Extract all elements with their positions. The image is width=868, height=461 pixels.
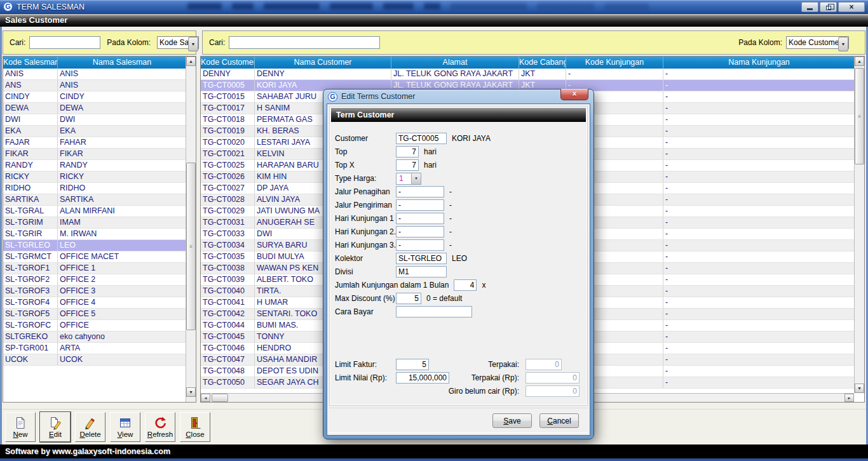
table-row[interactable]: FAJARFAHAR	[3, 137, 187, 149]
view-window-icon	[118, 416, 132, 430]
column-header[interactable]: Kode Cabang	[519, 57, 566, 69]
type-harga-select[interactable]: 1 ▼	[396, 173, 421, 185]
cancel-button[interactable]: Cancel	[539, 413, 579, 428]
salesman-search-input[interactable]	[29, 36, 100, 49]
jalur-penagihan-input[interactable]	[396, 186, 444, 197]
table-row[interactable]: SL-TGROF2OFFICE 2	[3, 274, 187, 286]
table-cell: SL-TGROF4	[3, 297, 58, 308]
kolektor-input[interactable]	[396, 253, 447, 264]
hari-kunjungan-3-input[interactable]	[396, 239, 444, 251]
customer-column-select[interactable]: Kode Customer ▼	[786, 36, 849, 49]
table-row[interactable]: ANISANIS	[3, 69, 187, 80]
table-cell: OFFICE 4	[58, 297, 187, 308]
chevron-down-icon[interactable]: ▼	[838, 37, 848, 51]
dialog-close-button[interactable]: ×	[560, 89, 588, 100]
customer-vertical-scrollbar[interactable]: ▲ ≡ ▼	[854, 57, 864, 393]
table-row[interactable]: DENNYDENNYJL. TELUK GONG RAYA JAKARTJKT-…	[201, 69, 855, 80]
table-row[interactable]: CINDYCINDY	[3, 91, 187, 103]
column-header[interactable]: Nama Customer	[255, 57, 391, 69]
restore-button[interactable]	[820, 2, 837, 12]
delete-button[interactable]: Delete	[75, 412, 105, 442]
table-row[interactable]: SP-TGR001ARTA	[3, 343, 187, 354]
table-row[interactable]: SL-TGROF1OFFICE 1	[3, 263, 187, 274]
hari-kunjungan-2-input[interactable]	[396, 226, 444, 237]
table-cell: SL-TGRMCT	[3, 251, 58, 262]
table-cell: DENNY	[255, 69, 391, 79]
toolbar-button-label: Close	[186, 431, 204, 438]
table-row[interactable]: SL-TGRMCTOFFICE MACET	[3, 251, 187, 263]
close-window-button[interactable]: ×	[838, 2, 865, 12]
table-row[interactable]: SL-TGRIRM. IRWAN	[3, 229, 187, 240]
table-cell: SL-TGROF1	[3, 263, 58, 274]
table-row[interactable]: SL-TGRALALAN MIRFANI	[3, 206, 187, 217]
table-cell: -	[663, 194, 855, 205]
scrollbar-thumb[interactable]: ≡	[855, 68, 864, 164]
dialog-titlebar[interactable]: G Edit Terms Customer ×	[323, 90, 593, 104]
table-row[interactable]: SL-TGRLEOLEO	[3, 240, 187, 251]
customer-search-input[interactable]	[229, 36, 380, 49]
table-row[interactable]: SL-TGRIMIMAM	[3, 217, 187, 229]
salesman-vertical-scrollbar[interactable]: ▲ ≡ ▼	[186, 57, 196, 402]
save-button[interactable]: Save	[492, 413, 532, 428]
scroll-up-button[interactable]: ▲	[186, 57, 196, 66]
column-header[interactable]: Kode Salesman	[3, 57, 58, 69]
minimize-button[interactable]	[801, 2, 818, 12]
table-row[interactable]: RICKYRICKY	[3, 171, 187, 183]
scroll-down-button[interactable]: ▼	[186, 387, 196, 397]
table-row[interactable]: RANDYRANDY	[3, 160, 187, 171]
table-row[interactable]: ANSANIS	[3, 80, 187, 91]
search-label: Cari:	[209, 38, 225, 47]
jumlah-kunjungan-input[interactable]	[454, 279, 477, 291]
form-title: Sales Customer	[5, 15, 67, 25]
top-input[interactable]	[396, 146, 419, 157]
table-row[interactable]: SLTGREKOeko cahyono	[3, 331, 187, 343]
table-cell: -	[663, 217, 855, 228]
jalur-pengiriman-input[interactable]	[396, 199, 444, 211]
table-row[interactable]: SL-TGROF4OFFICE 4	[3, 297, 187, 309]
close-button[interactable]: Close	[180, 412, 210, 442]
top-x-input[interactable]	[396, 159, 419, 171]
table-cell: TG-CT0019	[201, 126, 255, 137]
table-row[interactable]: UCOKUCOK	[3, 354, 187, 366]
scroll-right-button[interactable]: ►	[844, 394, 854, 402]
scroll-down-button[interactable]: ▼	[855, 384, 864, 393]
column-header[interactable]: Kode Customer	[201, 57, 255, 69]
column-header[interactable]: Alamat	[391, 57, 519, 69]
table-cell: TG-CT0050	[201, 377, 255, 388]
table-row[interactable]: SARTIKASARTIKA	[3, 194, 187, 206]
refresh-button[interactable]: Refresh	[145, 412, 175, 442]
table-cell: EKA	[3, 126, 58, 137]
table-cell: -	[663, 114, 855, 125]
table-row[interactable]: DEWADEWA	[3, 103, 187, 114]
table-cell: SARTIKA	[58, 194, 187, 205]
column-header[interactable]: Kode Kunjungan	[566, 57, 663, 69]
column-header[interactable]: Nama Kunjungan	[663, 57, 855, 69]
chevron-down-icon[interactable]: ▼	[188, 37, 198, 51]
table-row[interactable]: SL-TGROF5OFFICE 5	[3, 309, 187, 320]
table-row[interactable]: SL-TGROF3OFFICE 3	[3, 286, 187, 297]
hari-kunjungan-1-input[interactable]	[396, 213, 444, 224]
table-row[interactable]: EKAEKA	[3, 126, 187, 137]
scrollbar-thumb[interactable]	[212, 394, 228, 402]
table-row[interactable]: SL-TGROFCOFFICE	[3, 320, 187, 331]
divisi-input[interactable]	[396, 266, 447, 277]
view-button[interactable]: View	[110, 412, 140, 442]
table-row[interactable]: DWIDWI	[3, 114, 187, 126]
chevron-down-icon[interactable]: ▼	[411, 173, 421, 184]
salesman-column-select[interactable]: Kode Salesman ▼	[157, 36, 199, 49]
table-row[interactable]: RIDHORIDHO	[3, 183, 187, 194]
table-cell: TG-CT0048	[201, 366, 255, 377]
column-header[interactable]: Nama Salesman	[58, 57, 187, 69]
table-cell: OFFICE 5	[58, 309, 187, 319]
new-button[interactable]: New	[5, 412, 36, 442]
minimize-icon	[807, 8, 813, 10]
table-row[interactable]: FIKARFIKAR	[3, 149, 187, 160]
scroll-left-button[interactable]: ◄	[201, 394, 210, 402]
table-cell: UCOK	[58, 354, 187, 365]
edit-button[interactable]: Edit	[40, 412, 71, 442]
customer-code-input[interactable]	[396, 133, 447, 144]
scrollbar-thumb[interactable]: ≡	[186, 163, 196, 330]
cara-bayar-input[interactable]	[396, 306, 472, 317]
scroll-up-button[interactable]: ▲	[855, 57, 864, 66]
max-discount-input[interactable]	[396, 293, 421, 304]
